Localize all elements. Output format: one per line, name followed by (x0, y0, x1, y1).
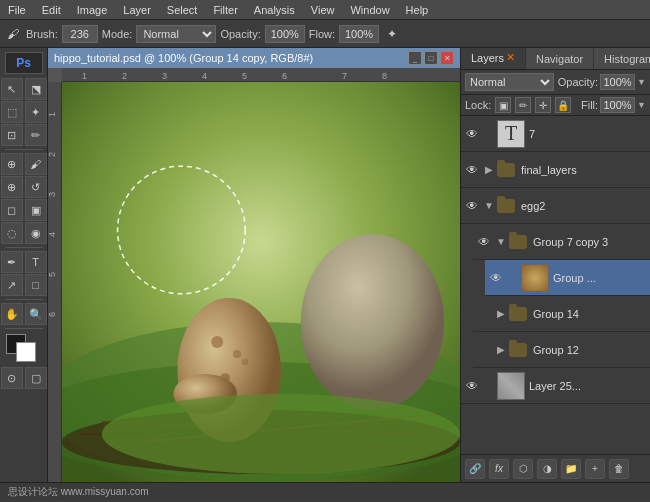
history-brush-tool[interactable]: ↺ (25, 176, 47, 198)
menu-window[interactable]: Window (342, 4, 397, 16)
new-layer-icon[interactable]: + (585, 459, 605, 479)
add-mask-icon[interactable]: ⬡ (513, 459, 533, 479)
right-panels: Layers ✕ Navigator Histogram Normal Opac… (460, 48, 650, 482)
eyedropper-tool[interactable]: ✏ (25, 124, 47, 146)
delete-layer-icon[interactable]: 🗑 (609, 459, 629, 479)
shape-tool[interactable]: □ (25, 274, 47, 296)
layer-item-group12[interactable]: ▶ Group 12 (473, 332, 650, 368)
heal-tool[interactable]: ⊕ (1, 153, 23, 175)
layer-eye-group7copy3[interactable]: 👁 (475, 233, 493, 251)
airbrush-icon[interactable]: ✦ (383, 25, 401, 43)
tools-divider-3 (5, 299, 43, 300)
svg-point-28 (102, 394, 460, 474)
layer-item-final-layers[interactable]: 👁 ▶ final_layers (461, 152, 650, 188)
color-swatches[interactable] (6, 334, 42, 364)
layers-mode-row: Normal Opacity: 100% ▼ (461, 70, 650, 95)
type-tool[interactable]: T (25, 251, 47, 273)
lock-transparent-icon[interactable]: ▣ (495, 97, 511, 113)
layer-name-layer25: Layer 25... (529, 380, 648, 392)
blend-mode-select[interactable]: Normal (465, 73, 554, 91)
ruler-corner (48, 68, 62, 82)
gradient-tool[interactable]: ▣ (25, 199, 47, 221)
layer-expand-group12[interactable]: ▶ (495, 341, 507, 359)
brush-size-input[interactable]: 236 (62, 25, 98, 43)
magic-wand-tool[interactable]: ✦ (25, 101, 47, 123)
layer-eye-layer25[interactable]: 👁 (463, 377, 481, 395)
svg-text:3: 3 (48, 192, 57, 197)
fill-input[interactable]: 100% (600, 97, 635, 113)
canvas-area: hippo_tutorial.psd @ 100% (Group 14 copy… (48, 48, 460, 482)
fx-icon[interactable]: fx (489, 459, 509, 479)
menu-filter[interactable]: Filter (205, 4, 245, 16)
svg-text:1: 1 (48, 112, 57, 117)
blur-tool[interactable]: ◌ (1, 222, 23, 244)
layer-eye-group-selected[interactable]: 👁 (487, 269, 505, 287)
zoom-tool[interactable]: 🔍 (25, 303, 47, 325)
layer-item-group14[interactable]: ▶ Group 14 (473, 296, 650, 332)
hand-tool[interactable]: ✋ (1, 303, 23, 325)
menu-image[interactable]: Image (69, 4, 116, 16)
svg-text:1: 1 (82, 71, 87, 81)
pen-tool[interactable]: ✒ (1, 251, 23, 273)
folder-icon-egg2 (497, 199, 515, 213)
path-select-tool[interactable]: ↗ (1, 274, 23, 296)
toolbar: 🖌 Brush: 236 Mode: Normal Opacity: 100% … (0, 20, 650, 48)
canvas-image[interactable] (62, 82, 460, 482)
quick-mask-btn[interactable]: ⊙ (1, 367, 23, 389)
marquee-tool[interactable]: ⬚ (1, 101, 23, 123)
layer-eye-egg2[interactable]: 👁 (463, 197, 481, 215)
lock-move-icon[interactable]: ✛ (535, 97, 551, 113)
eraser-tool[interactable]: ◻ (1, 199, 23, 221)
fill-group: Fill: 100% ▼ (581, 97, 646, 113)
menu-help[interactable]: Help (398, 4, 437, 16)
opacity-input[interactable]: 100% (600, 74, 635, 90)
layer-expand-group7copy3[interactable]: ▼ (495, 233, 507, 251)
panel-bottom: 🔗 fx ⬡ ◑ 📁 + 🗑 (461, 454, 650, 482)
opacity-arrow[interactable]: ▼ (637, 77, 646, 87)
layer-item-layer25[interactable]: 👁 Layer 25... (461, 368, 650, 404)
clone-tool[interactable]: ⊕ (1, 176, 23, 198)
fill-arrow[interactable]: ▼ (637, 100, 646, 110)
menu-file[interactable]: File (0, 4, 34, 16)
layer-expand-egg2[interactable]: ▼ (483, 197, 495, 215)
close-button[interactable]: ✕ (440, 51, 454, 65)
lock-all-icon[interactable]: 🔒 (555, 97, 571, 113)
brush-tool-icon[interactable]: 🖌 (4, 25, 22, 43)
menu-select[interactable]: Select (159, 4, 206, 16)
menu-analysis[interactable]: Analysis (246, 4, 303, 16)
layer-expand-group14[interactable]: ▶ (495, 305, 507, 323)
tab-navigator[interactable]: Navigator (526, 48, 594, 69)
screen-mode-btn[interactable]: ▢ (25, 367, 47, 389)
layer-item-group-selected[interactable]: 👁 Group ... (485, 260, 650, 296)
tab-layers[interactable]: Layers ✕ (461, 48, 526, 69)
lasso-tool[interactable]: ⬔ (25, 78, 47, 100)
maximize-button[interactable]: □ (424, 51, 438, 65)
layer-eye-text-7[interactable]: 👁 (463, 125, 481, 143)
menu-edit[interactable]: Edit (34, 4, 69, 16)
crop-tool[interactable]: ⊡ (1, 124, 23, 146)
layer-name-final-layers: final_layers (521, 164, 648, 176)
tab-histogram[interactable]: Histogram (594, 48, 650, 69)
fill-label: Fill: (581, 99, 598, 111)
opacity-input[interactable]: 100% (265, 25, 305, 43)
mode-select[interactable]: Normal (136, 25, 216, 43)
folder-icon-group14 (509, 307, 527, 321)
adjustment-icon[interactable]: ◑ (537, 459, 557, 479)
brush-tool[interactable]: 🖌 (25, 153, 47, 175)
layer-item-group7copy3[interactable]: 👁 ▼ Group 7 copy 3 (473, 224, 650, 260)
folder-icon-group12 (509, 343, 527, 357)
layer-item-egg2[interactable]: 👁 ▼ egg2 (461, 188, 650, 224)
layer-item-text-7[interactable]: 👁 T 7 (461, 116, 650, 152)
layer-eye-final-layers[interactable]: 👁 (463, 161, 481, 179)
dodge-tool[interactable]: ◉ (25, 222, 47, 244)
minimize-button[interactable]: _ (408, 51, 422, 65)
new-group-icon[interactable]: 📁 (561, 459, 581, 479)
menu-layer[interactable]: Layer (115, 4, 159, 16)
menu-view[interactable]: View (303, 4, 343, 16)
lock-paint-icon[interactable]: ✏ (515, 97, 531, 113)
link-layers-icon[interactable]: 🔗 (465, 459, 485, 479)
flow-input[interactable]: 100% (339, 25, 379, 43)
move-tool[interactable]: ↖ (1, 78, 23, 100)
background-color[interactable] (16, 342, 36, 362)
layer-expand-final-layers[interactable]: ▶ (483, 161, 495, 179)
